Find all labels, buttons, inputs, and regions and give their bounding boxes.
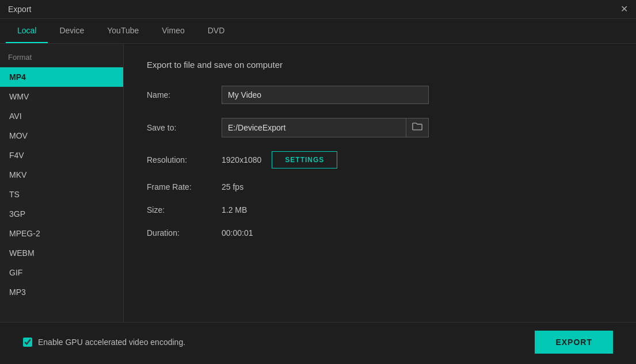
format-item-avi[interactable]: AVI [0,106,123,126]
tab-local[interactable]: Local [6,19,48,43]
export-dialog: Export ✕ Local Device YouTube Vimeo DVD … [0,0,636,364]
frame-rate-value: 25 fps [222,182,243,191]
save-to-path: E:/DeviceExport [222,119,406,136]
tab-dvd[interactable]: DVD [196,19,237,43]
name-input[interactable] [222,86,429,104]
section-title: Export to file and save on computer [147,60,613,70]
folder-icon [412,122,422,131]
format-item-mpeg2[interactable]: MPEG-2 [0,224,123,243]
save-to-wrapper: E:/DeviceExport [222,118,429,137]
duration-row: Duration: 00:00:01 [147,228,613,237]
duration-value: 00:00:01 [222,228,253,237]
dialog-title: Export [8,5,31,14]
resolution-label: Resolution: [147,155,222,164]
frame-rate-row: Frame Rate: 25 fps [147,182,613,191]
name-label: Name: [147,90,222,99]
gpu-checkbox[interactable] [23,338,32,347]
save-to-label: Save to: [147,123,222,132]
format-label: Format [0,53,123,67]
format-item-mov[interactable]: MOV [0,126,123,145]
close-button[interactable]: ✕ [620,5,628,14]
settings-button[interactable]: SETTINGS [272,151,337,168]
size-value: 1.2 MB [222,205,247,214]
format-item-webm[interactable]: WEBM [0,243,123,263]
title-bar: Export ✕ [0,0,636,19]
export-button[interactable]: EXPORT [535,331,613,354]
dialog-body: Format MP4 WMV AVI MOV F4V MKV TS 3GP MP… [0,44,636,322]
gpu-row: Enable GPU accelerated video encoding. [23,338,185,347]
duration-label: Duration: [147,228,222,237]
format-sidebar: Format MP4 WMV AVI MOV F4V MKV TS 3GP MP… [0,44,124,322]
format-item-wmv[interactable]: WMV [0,87,123,106]
main-content: Export to file and save on computer Name… [124,44,636,322]
tab-youtube[interactable]: YouTube [96,19,150,43]
format-item-mkv[interactable]: MKV [0,165,123,185]
name-row: Name: [147,86,613,104]
size-row: Size: 1.2 MB [147,205,613,214]
format-item-mp4[interactable]: MP4 [0,67,123,87]
format-item-mp3[interactable]: MP3 [0,282,123,302]
format-item-gif[interactable]: GIF [0,263,123,282]
resolution-value: 1920x1080 [222,155,261,164]
footer: Enable GPU accelerated video encoding. E… [0,322,636,364]
folder-browse-button[interactable] [406,118,428,137]
format-item-ts[interactable]: TS [0,185,123,204]
tab-device[interactable]: Device [48,19,96,43]
tab-bar: Local Device YouTube Vimeo DVD [0,19,636,44]
frame-rate-label: Frame Rate: [147,182,222,191]
format-item-3gp[interactable]: 3GP [0,204,123,224]
resolution-row: Resolution: 1920x1080 SETTINGS [147,151,613,168]
gpu-label[interactable]: Enable GPU accelerated video encoding. [38,338,185,347]
tab-vimeo[interactable]: Vimeo [150,19,196,43]
size-label: Size: [147,205,222,214]
format-item-f4v[interactable]: F4V [0,145,123,165]
save-to-row: Save to: E:/DeviceExport [147,118,613,137]
